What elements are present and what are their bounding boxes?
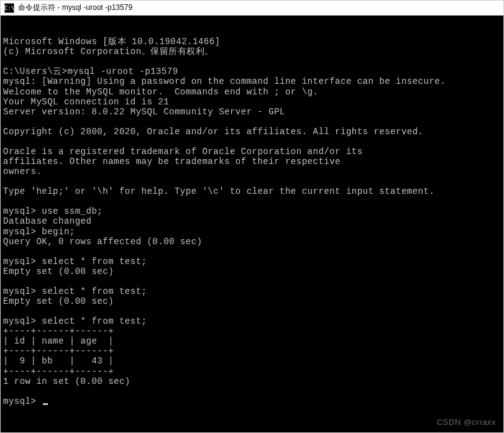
terminal-line: Server version: 8.0.22 MySQL Community S… [3, 107, 501, 117]
terminal-line: affiliates. Other names may be trademark… [3, 157, 501, 166]
terminal-line [3, 117, 501, 127]
cursor [43, 403, 48, 405]
terminal-line: mysql> select * from test; [3, 316, 501, 326]
terminal-line [3, 137, 501, 147]
terminal-line: Microsoft Windows [版本 10.0.19042.1466] [3, 37, 501, 47]
terminal-line: mysql> select * from test; [3, 257, 501, 267]
command-prompt-window: C:\ 命令提示符 - mysql -uroot -p13579 Microso… [0, 0, 504, 433]
terminal-line [3, 306, 501, 316]
terminal-line: Welcome to the MySQL monitor. Commands e… [3, 87, 501, 97]
terminal-line: +----+------+------+ [3, 367, 501, 376]
terminal-line [3, 196, 501, 206]
terminal-line [3, 57, 501, 66]
terminal-line: | 9 | bb | 43 | [3, 356, 501, 366]
terminal-line: Oracle is a registered trademark of Orac… [3, 147, 501, 157]
terminal-line: (c) Microsoft Corporation。保留所有权利。 [3, 47, 501, 57]
titlebar[interactable]: C:\ 命令提示符 - mysql -uroot -p13579 [1, 1, 503, 16]
terminal-line: Empty set (0.00 sec) [3, 267, 501, 276]
terminal-line: 1 row in set (0.00 sec) [3, 376, 501, 386]
terminal-line: Your MySQL connection id is 21 [3, 97, 501, 107]
terminal-line: mysql> use ssm_db; [3, 206, 501, 216]
terminal-line: Copyright (c) 2000, 2020, Oracle and/or … [3, 127, 501, 137]
terminal-line: owners. [3, 166, 501, 176]
watermark: CSDN @crraxx [437, 418, 496, 427]
terminal-line [3, 276, 501, 286]
terminal-line: mysql> select * from test; [3, 286, 501, 296]
window-title: 命令提示符 - mysql -uroot -p13579 [18, 2, 132, 13]
terminal-line [3, 247, 501, 257]
terminal-line: mysql: [Warning] Using a password on the… [3, 76, 501, 86]
cmd-icon: C:\ [4, 3, 14, 13]
terminal-line: Query OK, 0 rows affected (0.00 sec) [3, 237, 501, 247]
terminal-line: mysql> [3, 396, 501, 406]
terminal-line: mysql> begin; [3, 227, 501, 237]
terminal-area[interactable]: Microsoft Windows [版本 10.0.19042.1466](c… [1, 16, 503, 432]
terminal-line [3, 386, 501, 396]
terminal-line: Empty set (0.00 sec) [3, 296, 501, 306]
terminal-line [3, 176, 501, 186]
terminal-line: C:\Users\云>mysql -uroot -p13579 [3, 66, 501, 76]
terminal-line: Database changed [3, 216, 501, 226]
terminal-line: +----+------+------+ [3, 346, 501, 356]
terminal-line: | id | name | age | [3, 336, 501, 346]
terminal-content: Microsoft Windows [版本 10.0.19042.1466](c… [3, 37, 501, 406]
terminal-line: Type 'help;' or '\h' for help. Type '\c'… [3, 186, 501, 196]
terminal-line: +----+------+------+ [3, 326, 501, 336]
